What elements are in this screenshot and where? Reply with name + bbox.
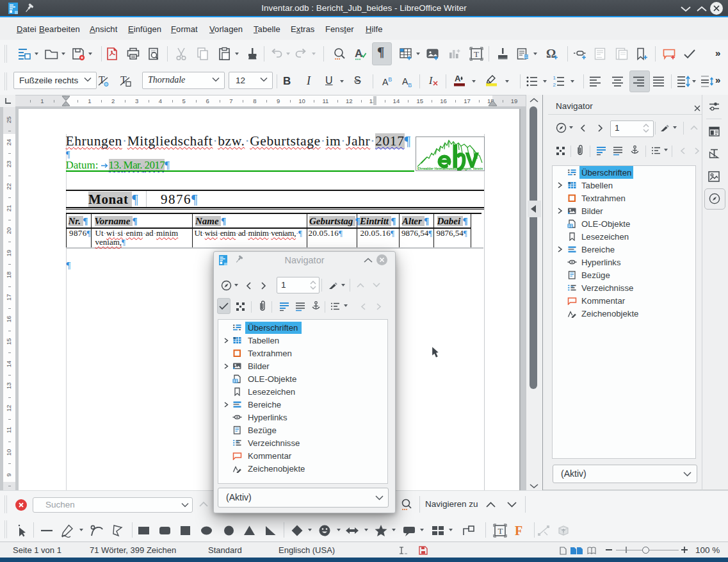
svg-text:Ehrwalder Heimatmuseum eingetr: Ehrwalder Heimatmuseum eingetr. Verein [417, 167, 483, 170]
svg-text:A: A [355, 47, 362, 60]
svg-text:T: T [498, 526, 503, 536]
svg-text:T: T [99, 74, 105, 85]
svg-text:1: 1 [553, 75, 556, 81]
svg-text:A: A [455, 74, 461, 83]
svg-text:2: 2 [553, 82, 556, 88]
svg-text:T: T [474, 49, 479, 59]
svg-text:F: F [515, 524, 522, 538]
svg-text:I: I [428, 75, 433, 86]
